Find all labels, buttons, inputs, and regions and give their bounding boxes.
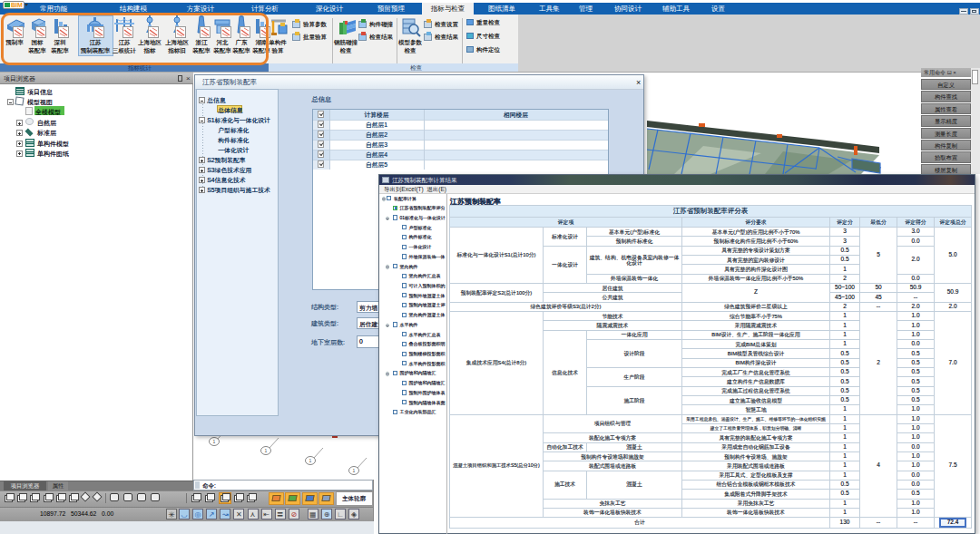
svg-text:1: 1	[353, 468, 356, 473]
svg-text:1: 1	[213, 439, 216, 444]
svg-text:1: 1	[309, 458, 312, 463]
svg-text:1: 1	[265, 448, 268, 453]
